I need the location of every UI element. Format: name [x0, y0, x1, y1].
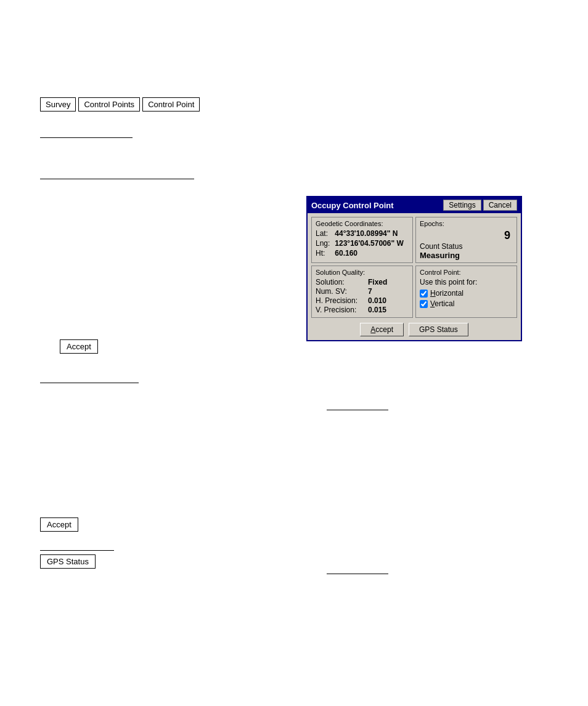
ht-value: 60.160 [335, 249, 357, 258]
lat-row: Lat: 44°33'10.08994" N [316, 229, 409, 238]
breadcrumb: Survey Control Points Control Point [40, 97, 200, 112]
lat-value: 44°33'10.08994" N [335, 229, 398, 238]
h-precision-value: 0.010 [368, 296, 386, 305]
vertical-checkbox-row[interactable]: Vertical [420, 299, 513, 308]
ht-label: Ht: [316, 249, 333, 258]
field-line-4 [327, 400, 388, 410]
dialog-body: Geodetic Coordinates: Lat: 44°33'10.0899… [308, 213, 521, 322]
vertical-label: Vertical [430, 299, 454, 308]
occupy-control-point-dialog: Occupy Control Point Settings Cancel Geo… [306, 196, 522, 341]
lat-label: Lat: [316, 229, 333, 238]
dialog-title: Occupy Control Point [311, 201, 394, 210]
control-point-section: Control Point: Use this point for: Horiz… [415, 266, 517, 318]
solution-quality-section: Solution Quality: Solution: Fixed Num. S… [311, 266, 413, 318]
epochs-title: Epochs: [420, 220, 513, 227]
solution-quality-title: Solution Quality: [316, 269, 409, 276]
vertical-checkbox[interactable] [420, 300, 428, 308]
horizontal-checkbox[interactable] [420, 290, 428, 298]
solution-value: Fixed [368, 278, 387, 286]
dialog-accept-button[interactable]: Accept [360, 323, 404, 336]
dialog-titlebar: Occupy Control Point Settings Cancel [308, 197, 521, 213]
lng-row: Lng: 123°16'04.57006" W [316, 239, 409, 248]
geodetic-title: Geodetic Coordinates: [316, 220, 409, 227]
solution-row: Solution: Fixed [316, 278, 409, 286]
dialog-title-buttons: Settings Cancel [443, 200, 517, 211]
cancel-button[interactable]: Cancel [483, 200, 517, 211]
breadcrumb-control-point[interactable]: Control Point [142, 97, 200, 112]
num-sv-row: Num. SV: 7 [316, 287, 409, 296]
lng-label: Lng: [316, 239, 333, 248]
v-precision-value: 0.015 [368, 306, 386, 314]
measuring-value: Measuring [420, 251, 513, 260]
field-line-2 [40, 169, 194, 179]
horizontal-label: Horizontal [430, 289, 463, 298]
field-line-5 [40, 541, 114, 551]
v-precision-label: V. Precision: [316, 306, 368, 314]
control-point-title: Control Point: [420, 269, 513, 276]
num-sv-label: Num. SV: [316, 287, 368, 296]
dialog-footer: Accept GPS Status [308, 322, 521, 340]
ht-row: Ht: 60.160 [316, 249, 409, 258]
field-line-3 [40, 373, 139, 383]
h-precision-row: H. Precision: 0.010 [316, 296, 409, 305]
epochs-value: 9 [420, 229, 513, 242]
solution-label: Solution: [316, 278, 368, 286]
horizontal-checkbox-row[interactable]: Horizontal [420, 289, 513, 298]
epochs-section: Epochs: 9 Count Status Measuring [415, 217, 517, 263]
v-precision-row: V. Precision: 0.015 [316, 306, 409, 314]
accept-button-top[interactable]: Accept [60, 339, 98, 354]
field-line-6 [327, 564, 388, 574]
dialog-gps-status-button[interactable]: GPS Status [409, 323, 468, 336]
breadcrumb-survey[interactable]: Survey [40, 97, 76, 112]
count-status-label: Count Status [420, 242, 513, 251]
field-line-1 [40, 128, 133, 138]
breadcrumb-control-points[interactable]: Control Points [78, 97, 140, 112]
h-precision-label: H. Precision: [316, 296, 368, 305]
lng-value: 123°16'04.57006" W [335, 239, 403, 248]
cp-use-text: Use this point for: [420, 278, 513, 286]
num-sv-value: 7 [368, 287, 372, 296]
settings-button[interactable]: Settings [443, 200, 481, 211]
gps-status-button-bottom[interactable]: GPS Status [40, 554, 96, 569]
accept-button-bottom[interactable]: Accept [40, 517, 78, 532]
geodetic-coordinates-section: Geodetic Coordinates: Lat: 44°33'10.0899… [311, 217, 413, 263]
